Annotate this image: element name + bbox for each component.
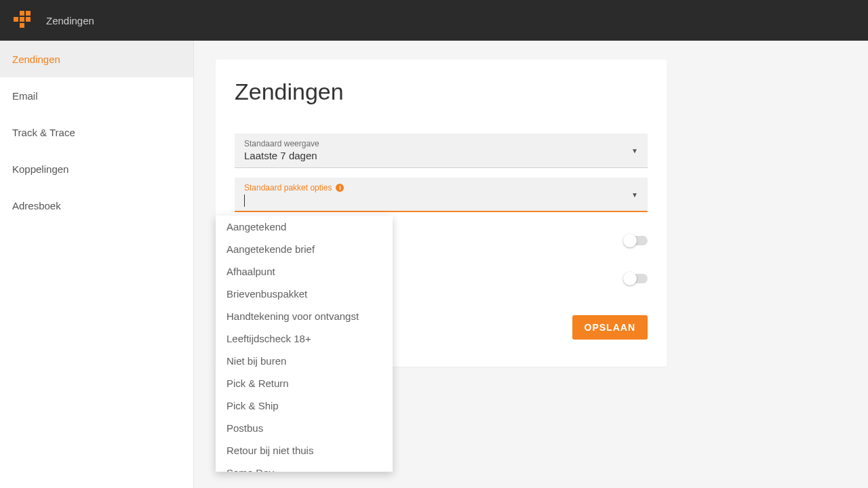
sidebar-item-email[interactable]: Email (0, 77, 193, 114)
sidebar-item-koppelingen[interactable]: Koppelingen (0, 150, 193, 187)
dropdown-option[interactable]: Niet bij buren (216, 350, 393, 372)
page-title: Zendingen (235, 79, 648, 105)
topbar-title: Zendingen (46, 15, 94, 26)
chevron-down-icon: ▼ (631, 190, 638, 198)
dropdown-option[interactable]: Afhaalpunt (216, 260, 393, 283)
sidebar: Zendingen Email Track & Trace Koppelinge… (0, 41, 194, 488)
dropdown-option[interactable]: Aangetekend (216, 216, 393, 238)
settings-card: Zendingen Standaard weergave Laatste 7 d… (216, 60, 667, 367)
dropdown-option[interactable]: Pick & Ship (216, 394, 393, 417)
dropdown-scroll[interactable]: Aangetekend Aangetekende brief Afhaalpun… (216, 216, 393, 472)
chevron-down-icon: ▼ (631, 147, 638, 155)
dropdown-option[interactable]: Same Day (216, 462, 393, 472)
sidebar-item-zendingen[interactable]: Zendingen (0, 41, 193, 77)
dropdown-option[interactable]: Retour bij niet thuis (216, 439, 393, 462)
package-options-select[interactable]: Standaard pakket opties ! ▼ (235, 178, 648, 212)
main-content: Zendingen Standaard weergave Laatste 7 d… (194, 41, 868, 488)
toggle-switch-2[interactable] (625, 274, 648, 283)
logo-icon (14, 11, 33, 30)
dropdown-option[interactable]: Postbus (216, 417, 393, 439)
toggle-switch-1[interactable] (625, 236, 648, 245)
package-options-value (244, 194, 638, 207)
sidebar-item-track-trace[interactable]: Track & Trace (0, 114, 193, 150)
sidebar-item-adresboek[interactable]: Adresboek (0, 187, 193, 224)
package-options-label: Standaard pakket opties ! (244, 183, 638, 192)
save-button[interactable]: OPSLAAN (572, 315, 648, 340)
info-icon: ! (336, 184, 344, 192)
topbar: Zendingen (0, 0, 868, 41)
default-view-select[interactable]: Standaard weergave Laatste 7 dagen ▼ (235, 134, 648, 168)
dropdown-option[interactable]: Brievenbuspakket (216, 283, 393, 305)
dropdown-option[interactable]: Aangetekende brief (216, 238, 393, 260)
dropdown-option[interactable]: Leeftijdscheck 18+ (216, 327, 393, 350)
dropdown-option[interactable]: Handtekening voor ontvangst (216, 305, 393, 327)
dropdown-option[interactable]: Pick & Return (216, 372, 393, 394)
package-options-dropdown: Aangetekend Aangetekende brief Afhaalpun… (216, 216, 393, 472)
default-view-value: Laatste 7 dagen (244, 150, 638, 163)
default-view-label: Standaard weergave (244, 139, 638, 148)
